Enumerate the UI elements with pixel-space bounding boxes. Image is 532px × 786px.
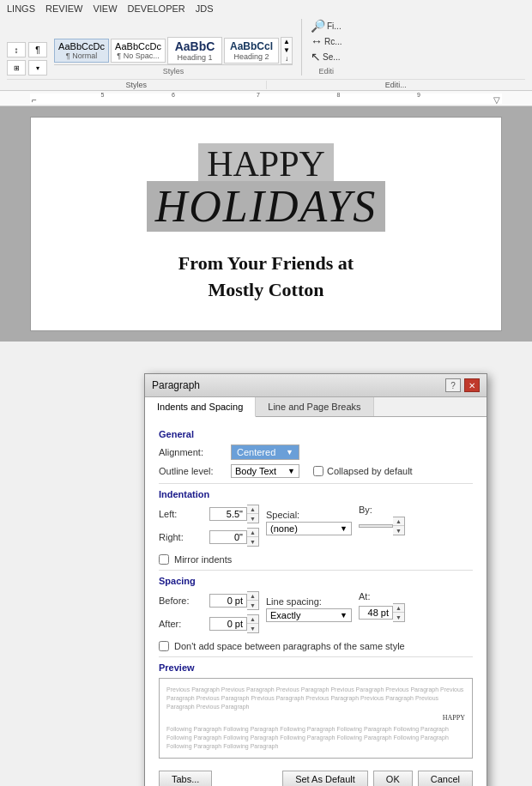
left-indent-down[interactable]: ▼ [247,514,258,523]
ruler-right-marker[interactable]: ▽ [493,95,500,105]
before-arrows[interactable]: ▲ ▼ [247,591,259,610]
document-area: HAPPY HOLIDAYS From Your Friends atMostl… [0,106,532,342]
general-separator [159,483,473,484]
tab-indents-spacing[interactable]: Indents and Spacing [145,397,256,417]
cancel-button[interactable]: Cancel [418,771,473,786]
ruler-mark-5: 5 [101,92,105,98]
spacing-main-row: Before: 0 pt ▲ ▼ After: 0 pt ▲ [159,591,473,638]
dialog-title: Paragraph [152,379,200,391]
preview-prev-text: Previous Paragraph Previous Paragraph Pr… [166,686,465,710]
after-up[interactable]: ▲ [247,615,258,624]
style-heading1[interactable]: AaBbC Heading 1 [167,37,222,64]
at-label: At: [359,591,405,602]
set-as-default-button[interactable]: Set As Default [282,771,368,786]
tabs-button[interactable]: Tabs... [159,771,212,786]
preview-label: Preview [159,662,473,673]
outline-level-label: Outline level: [159,466,227,476]
paragraph-dialog: Paragraph ? ✕ Indents and Spacing Line a… [144,373,487,786]
after-input[interactable]: 0 pt [209,617,247,631]
at-down[interactable]: ▼ [393,613,404,621]
collapsed-checkbox[interactable] [313,466,323,476]
dont-add-space-row: Don't add space between paragraphs of th… [159,641,473,651]
alignment-select[interactable]: Centered ▼ [231,444,299,460]
holidays-text-container: HOLIDAYS [65,181,467,242]
paragraph-mark-icon[interactable]: ¶ [28,42,47,57]
indentation-section-header: Indentation [159,489,473,499]
before-up[interactable]: ▲ [247,592,258,601]
by-label: By: [359,505,405,515]
by-group: By: ▲ ▼ [359,505,405,535]
mirror-indents-checkbox[interactable] [159,554,169,565]
ruler-mark-6: 6 [172,92,175,98]
right-indent-spinner: 0" ▲ ▼ [209,528,259,547]
style-normal[interactable]: AaBbCcDc ¶ Normal [54,39,109,63]
right-indent-down[interactable]: ▼ [247,537,258,546]
after-arrows[interactable]: ▲ ▼ [247,614,259,633]
tab-review[interactable]: REVIEW [45,3,82,14]
special-arrow-icon: ▼ [340,524,348,533]
right-indent-up[interactable]: ▲ [247,529,258,537]
by-input[interactable] [359,524,393,528]
tab-line-page-breaks[interactable]: Line and Page Breaks [256,397,373,416]
before-label: Before: [159,596,206,606]
table-icon[interactable]: ▾ [28,60,47,76]
line-spacing-label: Line spacing: [266,596,352,607]
left-indent-arrows[interactable]: ▲ ▼ [247,505,259,523]
ribbon-content: ↕ ¶ ⊞ ▾ AaBbCcDc ¶ Normal AaBbCcDc ¶ No … [7,15,525,79]
tab-developer[interactable]: DEVELOPER [128,3,185,14]
outline-level-select[interactable]: Body Text ▼ [231,464,299,478]
ok-button[interactable]: OK [373,771,413,786]
happy-text: HAPPY [65,143,467,181]
left-indent-row: Left: 5.5" ▲ ▼ [159,505,259,523]
general-section-header: General [159,429,473,439]
ruler-mark-8: 8 [337,92,341,98]
at-up[interactable]: ▲ [393,604,404,613]
at-input[interactable]: 48 pt [359,606,393,620]
styles-scroll[interactable]: ▲ ▼ ↓ [281,37,293,64]
dont-add-space-checkbox[interactable] [159,641,169,651]
dialog-close-button[interactable]: ✕ [464,378,480,392]
mirror-indents-row: Mirror indents [159,554,473,565]
alignment-label: Alignment: [159,447,227,457]
style-heading2[interactable]: AaBbCcl Heading 2 [224,38,279,63]
tab-jds[interactable]: JDS [196,3,214,14]
dialog-controls: ? ✕ [445,378,480,392]
left-indent-input[interactable]: 5.5" [209,507,247,521]
left-indent-up[interactable]: ▲ [247,505,258,514]
left-indent-spinner: 5.5" ▲ ▼ [209,505,259,523]
at-group: At: 48 pt ▲ ▼ [359,591,405,622]
collapsed-label: Collapsed by default [327,466,413,476]
dialog-body: General Alignment: Centered ▼ Outline le… [145,417,487,765]
replace-icon[interactable]: ↔ Rc... [311,34,342,48]
after-label: After: [159,619,206,629]
ribbon: LINGS REVIEW VIEW DEVELOPER JDS ↕ ¶ ⊞ ▾ … [0,0,532,91]
style-no-spacing[interactable]: AaBbCcDc ¶ No Spac... [111,39,166,63]
indent-icon[interactable]: ⊞ [7,60,26,76]
ruler-track: ⌐ 5 6 7 8 9 ▽ [30,94,502,104]
line-spacing-select[interactable]: Exactly ▼ [266,608,352,622]
alignment-arrow-icon: ▼ [286,448,293,456]
before-down[interactable]: ▼ [247,601,258,609]
special-select[interactable]: (none) ▼ [266,522,352,535]
special-by-group: Special: (none) ▼ By: ▲ ▼ [266,505,405,535]
after-spinner: 0 pt ▲ ▼ [209,614,259,633]
tab-lings[interactable]: LINGS [7,3,35,14]
mirror-indents-label: Mirror indents [174,554,232,565]
before-input[interactable]: 0 pt [209,594,247,608]
select-icon[interactable]: ↖ Se... [311,50,342,63]
ruler: ⌐ 5 6 7 8 9 ▽ [0,91,532,106]
dialog-help-button[interactable]: ? [445,378,461,392]
indentation-main-row: Left: 5.5" ▲ ▼ Right: 0" ▲ [159,505,473,551]
after-down[interactable]: ▼ [247,624,258,632]
ruler-tab-marker[interactable]: ⌐ [32,95,37,105]
by-arrows[interactable]: ▲ ▼ [393,517,405,535]
find-replace-icon[interactable]: 🔎 Fi... [311,19,342,33]
right-indent-arrows[interactable]: ▲ ▼ [247,528,259,547]
by-up[interactable]: ▲ [393,517,404,526]
by-down[interactable]: ▼ [393,526,404,535]
left-right-indents: Left: 5.5" ▲ ▼ Right: 0" ▲ [159,505,259,551]
right-indent-input[interactable]: 0" [209,530,247,544]
sort-icon[interactable]: ↕ [7,42,26,57]
at-arrows[interactable]: ▲ ▼ [393,603,405,622]
tab-view[interactable]: VIEW [93,3,117,14]
